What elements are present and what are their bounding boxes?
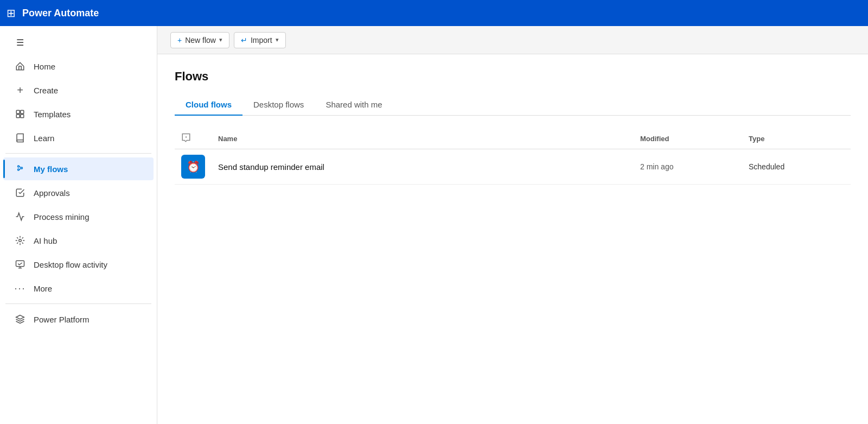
flow-type: Scheduled (749, 162, 784, 171)
more-icon: ··· (14, 282, 26, 294)
sidebar-divider-2 (5, 303, 151, 304)
tab-cloud-flows[interactable]: Cloud flows (175, 94, 242, 116)
sidebar-item-label: Approvals (34, 188, 70, 198)
sidebar-item-power-platform[interactable]: Power Platform (3, 308, 154, 331)
sidebar-item-process-mining[interactable]: Process mining (3, 205, 154, 228)
sidebar-item-label: More (34, 284, 52, 293)
templates-icon (14, 108, 26, 120)
approvals-icon (14, 187, 26, 199)
flow-modified: 2 min ago (640, 162, 673, 171)
app-title: Power Automate (22, 8, 99, 19)
sidebar-item-desktop-flow-activity[interactable]: Desktop flow activity (3, 253, 154, 276)
import-chevron-icon: ▾ (276, 36, 279, 43)
home-icon (14, 60, 26, 72)
new-flow-button[interactable]: + New flow ▾ (170, 32, 229, 48)
flow-icon: ⏰ (181, 155, 205, 179)
topbar: ⊞ Power Automate (0, 0, 868, 26)
desktop-flow-activity-icon (14, 258, 26, 270)
flow-type-cell: Scheduled (742, 149, 851, 185)
sidebar-item-label: Process mining (34, 212, 90, 222)
table-header-row: Name Modified Type (175, 129, 851, 149)
flow-icon-cell: ⏰ (175, 149, 212, 185)
flows-table: Name Modified Type ⏰ (175, 129, 851, 185)
svg-rect-0 (16, 110, 20, 113)
sidebar-item-label: Templates (34, 110, 71, 119)
hamburger-menu[interactable]: ☰ (3, 31, 154, 54)
main-layout: ☰ Home + Create Templates Learn (0, 26, 868, 424)
sidebar-item-learn[interactable]: Learn (3, 126, 154, 149)
page-title: Flows (175, 69, 851, 84)
learn-icon (14, 132, 26, 144)
sidebar-item-approvals[interactable]: Approvals (3, 181, 154, 204)
grid-icon[interactable]: ⊞ (7, 7, 16, 20)
table-row[interactable]: ⏰ Send standup reminder email 2 min ago … (175, 149, 851, 185)
toolbar: + New flow ▾ ↵ Import ▾ (157, 26, 868, 54)
sidebar-divider (5, 153, 151, 154)
flow-name-cell: Send standup reminder email (212, 149, 634, 185)
sidebar-item-templates[interactable]: Templates (3, 103, 154, 125)
svg-line-8 (20, 168, 21, 169)
svg-point-6 (21, 167, 23, 169)
import-icon: ↵ (241, 36, 247, 45)
new-flow-label: New flow (185, 36, 216, 45)
sidebar-item-create[interactable]: + Create (3, 79, 154, 102)
table-header-name: Name (212, 129, 634, 149)
svg-point-9 (19, 239, 22, 242)
tab-shared-with-me[interactable]: Shared with me (315, 94, 393, 116)
sidebar-item-home[interactable]: Home (3, 55, 154, 78)
flow-modified-cell: 2 min ago (634, 149, 742, 185)
sidebar-item-label: Home (34, 62, 55, 71)
main-content: Flows Cloud flows Desktop flows Shared w… (157, 54, 868, 424)
ai-hub-icon (14, 235, 26, 246)
sidebar-item-more[interactable]: ··· More (3, 277, 154, 300)
import-label: Import (251, 36, 272, 45)
tab-desktop-flows[interactable]: Desktop flows (242, 94, 315, 116)
my-flows-icon (14, 163, 26, 175)
sidebar: ☰ Home + Create Templates Learn (0, 26, 157, 424)
power-platform-icon (14, 313, 26, 325)
sidebar-item-label: My flows (34, 164, 68, 174)
flow-name: Send standup reminder email (218, 162, 324, 172)
svg-rect-2 (16, 115, 20, 118)
svg-line-7 (20, 167, 21, 168)
svg-rect-1 (21, 110, 24, 113)
table-header-type: Type (742, 129, 851, 149)
svg-point-4 (18, 166, 20, 167)
svg-rect-3 (21, 115, 24, 118)
new-flow-icon: + (177, 36, 182, 45)
sidebar-item-my-flows[interactable]: My flows (3, 157, 154, 180)
hamburger-icon: ☰ (14, 36, 26, 48)
tabs-container: Cloud flows Desktop flows Shared with me (175, 94, 851, 116)
sidebar-item-label: Create (34, 86, 58, 95)
sidebar-item-ai-hub[interactable]: AI hub (3, 229, 154, 252)
import-button[interactable]: ↵ Import ▾ (234, 32, 286, 48)
content-area: + New flow ▾ ↵ Import ▾ Flows Cloud flow… (157, 26, 868, 424)
svg-rect-10 (16, 261, 24, 267)
process-mining-icon (14, 211, 26, 223)
table-header-icon (175, 129, 212, 149)
new-flow-chevron-icon: ▾ (219, 36, 222, 43)
sidebar-item-label: Learn (34, 134, 54, 143)
table-header-modified: Modified (634, 129, 742, 149)
svg-point-5 (18, 169, 20, 170)
sidebar-item-label: Power Platform (34, 315, 90, 324)
create-icon: + (14, 84, 26, 96)
sidebar-item-label: AI hub (34, 236, 57, 245)
sidebar-item-label: Desktop flow activity (34, 260, 107, 269)
